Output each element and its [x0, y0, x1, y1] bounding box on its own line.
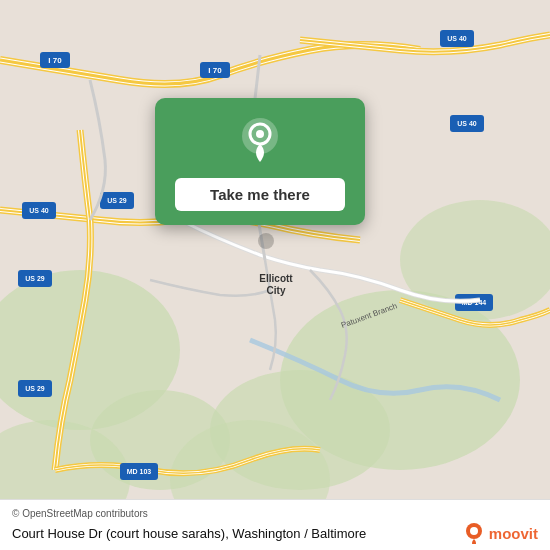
bottom-bar: © OpenStreetMap contributors Court House…	[0, 499, 550, 550]
moovit-brand-text: moovit	[489, 525, 538, 542]
location-pin-icon	[234, 116, 286, 168]
svg-text:I 70: I 70	[208, 66, 222, 75]
svg-text:US 40: US 40	[29, 207, 49, 214]
svg-point-33	[256, 130, 264, 138]
svg-text:I 70: I 70	[48, 56, 62, 65]
svg-text:US 29: US 29	[107, 197, 127, 204]
location-title: Court House Dr (court house sarahs), Was…	[12, 526, 366, 541]
svg-text:US 29: US 29	[25, 385, 45, 392]
map-container: I 70 I 70 US 40 US 40 US 40 US 29 US 29	[0, 0, 550, 550]
svg-point-30	[258, 233, 274, 249]
svg-text:US 40: US 40	[457, 120, 477, 127]
svg-text:City: City	[267, 285, 286, 296]
svg-text:Ellicott: Ellicott	[259, 273, 293, 284]
popup-card: Take me there	[155, 98, 365, 225]
map-svg: I 70 I 70 US 40 US 40 US 40 US 29 US 29	[0, 0, 550, 550]
svg-text:US 29: US 29	[25, 275, 45, 282]
moovit-logo: moovit	[463, 522, 538, 544]
svg-text:US 40: US 40	[447, 35, 467, 42]
take-me-there-button[interactable]: Take me there	[175, 178, 345, 211]
svg-point-35	[470, 527, 478, 535]
copyright-text: © OpenStreetMap contributors	[12, 508, 538, 519]
svg-text:MD 103: MD 103	[127, 468, 152, 475]
moovit-pin-icon	[463, 522, 485, 544]
